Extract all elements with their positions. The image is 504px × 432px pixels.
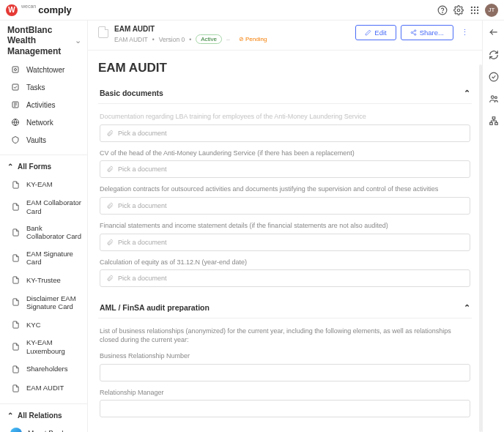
form-item[interactable]: KY-EAM Luxembourg <box>0 334 87 360</box>
svg-point-8 <box>477 9 478 10</box>
nav-activities[interactable]: Activities <box>0 96 87 113</box>
document-picker[interactable]: Pick a document <box>100 160 470 178</box>
nav-label: Network <box>26 119 53 127</box>
svg-point-20 <box>489 72 498 81</box>
svg-point-11 <box>477 12 478 13</box>
svg-rect-14 <box>12 84 18 90</box>
section-label: All Relations <box>18 411 62 420</box>
doc-title: EAM AUDIT <box>114 25 349 33</box>
edit-label: Edit <box>374 29 386 37</box>
picker-placeholder: Pick a document <box>118 275 167 282</box>
relation-item[interactable]: Morat Bank <box>0 424 87 432</box>
field-label: Financial statements and income statemen… <box>100 222 470 231</box>
form-item[interactable]: Disclaimer EAM Signature Card <box>0 290 87 316</box>
user-avatar[interactable]: JT <box>485 4 498 17</box>
nav-network[interactable]: Network <box>0 113 87 131</box>
nav-tasks[interactable]: Tasks <box>0 78 87 96</box>
document-icon <box>10 319 21 329</box>
svg-rect-25 <box>494 122 497 124</box>
form-item[interactable]: EAM Collaborator Card <box>0 194 87 220</box>
nav-label: Tasks <box>26 83 45 92</box>
all-forms-header[interactable]: ⌃ All Forms <box>0 154 87 175</box>
business-relationship-number-input[interactable] <box>100 364 470 381</box>
field-label: CV of the head of the Anti-Money Launder… <box>100 149 470 158</box>
form-item[interactable]: Shareholders <box>0 360 87 379</box>
form-label: KY-EAM <box>26 180 81 188</box>
paperclip-icon <box>106 239 114 246</box>
document-icon <box>10 179 21 190</box>
field-label: Relationship Manager <box>100 389 470 398</box>
nav-label: Activities <box>26 101 55 109</box>
back-icon[interactable] <box>489 28 499 38</box>
form-label: Shareholders <box>26 365 81 373</box>
form-item[interactable]: KY-EAM <box>0 175 87 194</box>
right-rail <box>482 21 504 432</box>
document-icon <box>10 227 21 237</box>
hierarchy-icon[interactable] <box>489 116 499 126</box>
brand-name: comply <box>38 4 72 15</box>
relation-label: Morat Bank <box>28 430 65 432</box>
approve-icon[interactable] <box>489 72 499 82</box>
version-label: Version 0 <box>159 36 185 43</box>
settings-icon[interactable] <box>451 3 466 18</box>
form-item[interactable]: KY-Trustee <box>0 271 87 290</box>
document-picker[interactable]: Pick a document <box>100 124 470 142</box>
form-label: KYC <box>26 321 81 329</box>
field-label: Documentation regarding LBA training for… <box>100 113 470 122</box>
form-label: Disclaimer EAM Signature Card <box>26 294 81 311</box>
svg-rect-24 <box>489 122 492 124</box>
share-icon <box>410 29 417 36</box>
svg-point-13 <box>15 69 17 71</box>
breadcrumb: EAM AUDIT <box>114 36 148 43</box>
page-title: EAM AUDIT <box>88 51 482 83</box>
svg-point-3 <box>471 6 472 7</box>
document-icon <box>10 275 21 286</box>
edit-button[interactable]: Edit <box>355 25 396 40</box>
nav-label: Watchtower <box>26 66 64 74</box>
field-label: Calculation of equity as of 31.12.N (yea… <box>100 258 470 267</box>
help-icon[interactable] <box>435 3 450 18</box>
people-icon[interactable] <box>489 94 499 104</box>
form-item[interactable]: EAM Signature Card <box>0 245 87 271</box>
nav-label: Vaults <box>26 136 46 144</box>
chevron-icon: ⌃ <box>7 163 13 171</box>
form-item[interactable]: EAM AUDIT <box>0 379 87 398</box>
relationship-manager-input[interactable] <box>100 400 470 417</box>
form-item[interactable]: Bank Collaborator Card <box>0 220 87 245</box>
brand-badge: W <box>6 4 18 16</box>
form-label: Bank Collaborator Card <box>26 224 81 241</box>
document-icon <box>10 297 21 308</box>
form-item[interactable]: KYC <box>0 315 87 334</box>
section-title: AML / FinSA audit preparation <box>100 303 210 312</box>
nav-watchtower[interactable]: Watchtower <box>0 61 87 78</box>
section-aml-finsa[interactable]: AML / FinSA audit preparation ⌃ <box>98 297 472 319</box>
all-relations-header[interactable]: ⌃ All Relations <box>0 403 87 424</box>
section-basic-documents[interactable]: Basic documents ⌃ <box>98 83 472 104</box>
form-label: EAM Collaborator Card <box>26 198 81 215</box>
refresh-icon[interactable] <box>489 50 499 60</box>
picker-placeholder: Pick a document <box>118 165 167 173</box>
org-name: MontBlanc Wealth Management <box>7 25 75 56</box>
document-icon <box>10 202 21 212</box>
nav-vaults[interactable]: Vaults <box>0 131 87 149</box>
svg-point-6 <box>471 9 472 10</box>
share-label: Share... <box>420 29 444 37</box>
document-picker[interactable]: Pick a document <box>100 269 470 287</box>
scrollbar[interactable] <box>479 64 482 432</box>
form-label: EAM Signature Card <box>26 250 81 267</box>
svg-rect-12 <box>12 67 18 72</box>
bank-avatar <box>10 428 22 432</box>
form-label: EAM AUDIT <box>26 384 81 392</box>
chevron-icon: ⌃ <box>7 411 13 420</box>
main-content: EAM AUDIT EAM AUDIT • Version 0 • Active… <box>88 21 482 432</box>
document-icon <box>98 26 108 38</box>
document-picker[interactable]: Pick a document <box>100 197 470 215</box>
section-title: Basic documents <box>100 89 163 97</box>
more-button[interactable]: ⋮ <box>458 28 472 37</box>
org-switcher[interactable]: MontBlanc Wealth Management ⌄ <box>0 21 87 61</box>
document-picker[interactable]: Pick a document <box>100 234 470 251</box>
status-badge-active: Active <box>196 34 222 44</box>
apps-icon[interactable] <box>467 3 482 18</box>
share-button[interactable]: Share... <box>401 25 453 40</box>
tasks-icon <box>10 82 21 92</box>
